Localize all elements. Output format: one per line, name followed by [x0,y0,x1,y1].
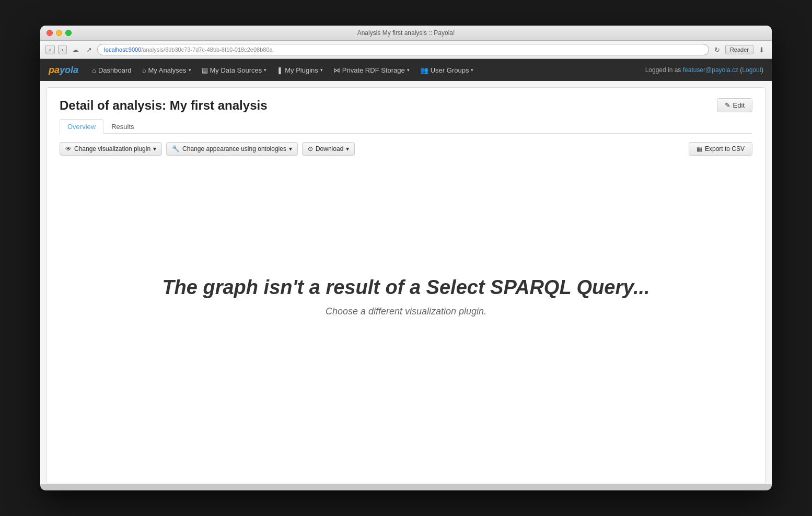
search-icon: ⌕ [142,66,146,74]
viz-caret: ▾ [153,145,156,153]
table-icon: ▦ [697,145,702,153]
nav-plugins-label: My Plugins [285,66,318,74]
nav-rdf[interactable]: ⋈ Private RDF Storage ▾ [328,59,415,81]
address-input[interactable]: localhost:9000/analysis/6db30c73-7d7c-48… [97,44,709,55]
toolbar-right: ▦ Export to CSV [689,142,752,156]
analyses-caret: ▾ [189,67,191,73]
rdf-caret: ▾ [407,67,410,73]
nav-rdf-label: Private RDF Storage [342,66,405,74]
datasources-caret: ▾ [264,67,266,73]
nav-analyses[interactable]: ⌕ My Analyses ▾ [137,59,196,81]
reader-button[interactable]: Reader [725,45,753,54]
export-csv-label: Export to CSV [705,145,745,153]
reload-icon[interactable]: ↻ [712,45,722,55]
tab-overview[interactable]: Overview [60,119,103,134]
browser-window: Analysis My first analysis :: Payola! ‹ … [40,26,772,490]
pencil-icon: ✎ [725,101,730,109]
rdf-icon: ⋈ [333,66,340,74]
share-icon[interactable]: ↗ [84,45,94,55]
download-label: Download [316,145,343,153]
cloud-icon[interactable]: ☁ [70,45,81,55]
nav-analyses-label: My Analyses [148,66,187,74]
download-icon: ⊙ [308,145,313,153]
nav-datasources-label: My Data Sources [210,66,262,74]
nav-usergroups[interactable]: 👥 User Groups ▾ [415,59,479,81]
tab-results-label: Results [111,123,134,131]
datasource-icon: ▤ [202,66,208,74]
edit-label: Edit [733,101,745,109]
plugin-icon: ❚ [277,66,283,74]
tab-results[interactable]: Results [103,119,142,134]
url-path: /analysis/6db30c73-7d7c-48bb-8f10-018c2e… [141,46,272,53]
ontologies-label: Change appearance using ontologies [182,145,286,153]
message-area: The graph isn't a result of a Select SPA… [60,166,752,427]
tabs: Overview Results [60,119,752,134]
edit-button[interactable]: ✎ Edit [717,98,752,112]
ontologies-button[interactable]: 🔧 Change appearance using ontologies ▾ [166,142,298,156]
traffic-lights [47,30,72,36]
tab-overview-label: Overview [67,123,96,131]
nav-usergroups-label: User Groups [431,66,469,74]
logout-link[interactable]: Logout [742,66,761,74]
export-csv-button[interactable]: ▦ Export to CSV [689,142,752,156]
toolbar: 👁 Change visualization plugin ▾ 🔧 Change… [60,142,752,156]
wrench-icon: 🔧 [172,145,180,153]
logged-in-text: Logged in as [645,66,683,74]
back-button[interactable]: ‹ [45,45,55,54]
window-title: Analysis My first analysis :: Payola! [357,29,455,37]
title-bar: Analysis My first analysis :: Payola! [40,26,772,41]
sub-message: Choose a different visualization plugin. [326,306,486,317]
page-header: Detail of analysis: My first analysis ✎ … [60,98,752,113]
url-host: localhost:9000 [104,46,141,53]
nav-dashboard-label: Dashboard [98,66,132,74]
page-content: Detail of analysis: My first analysis ✎ … [47,87,765,484]
download-button[interactable]: ⊙ Download ▾ [302,142,355,156]
nav-plugins[interactable]: ❚ My Plugins ▾ [272,59,328,81]
plugins-caret: ▾ [320,67,323,73]
minimize-button[interactable] [56,30,62,36]
app-content: payola ⌂ Dashboard ⌕ My Analyses ▾ ▤ My … [40,59,772,484]
download-icon[interactable]: ⬇ [757,45,767,55]
brand-logo: payola [49,65,78,76]
download-caret: ▾ [346,145,349,153]
viz-plugin-button[interactable]: 👁 Change visualization plugin ▾ [60,142,162,156]
navbar-right: Logged in as featuser@payola.cz (Logout) [645,66,763,74]
usergroups-caret: ▾ [471,67,473,73]
nav-datasources[interactable]: ▤ My Data Sources ▾ [196,59,272,81]
page-title: Detail of analysis: My first analysis [60,98,268,113]
user-email-link[interactable]: featuser@payola.cz [683,66,738,74]
ontologies-caret: ▾ [289,145,292,153]
viz-plugin-label: Change visualization plugin [74,145,150,153]
nav-dashboard[interactable]: ⌂ Dashboard [87,59,136,81]
paren-close: ) [761,66,763,74]
maximize-button[interactable] [65,30,72,36]
close-button[interactable] [47,30,53,36]
eye-icon: 👁 [65,145,72,153]
forward-button[interactable]: › [58,45,67,54]
usergroups-icon: 👥 [420,66,428,74]
main-message: The graph isn't a result of a Select SPA… [162,276,649,299]
navbar: payola ⌂ Dashboard ⌕ My Analyses ▾ ▤ My … [40,59,772,81]
address-bar: ‹ › ☁ ↗ localhost:9000/analysis/6db30c73… [40,41,772,59]
home-icon: ⌂ [92,66,96,74]
